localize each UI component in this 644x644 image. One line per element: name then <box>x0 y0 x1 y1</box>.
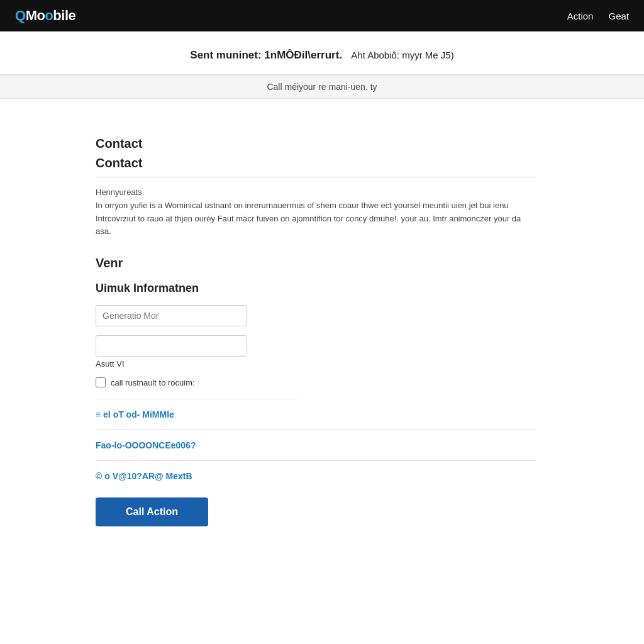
cta-button[interactable]: Call Action <box>96 497 208 526</box>
thin-divider-1 <box>96 399 297 399</box>
blue-link-1-text: el oT od- MiMMle <box>103 409 174 419</box>
unique-info-heading: Uimuk Informatnen <box>96 282 548 295</box>
blue-link-1[interactable]: ≡ el oT od- MiMMle <box>96 409 548 419</box>
notification-text: Call méiyour re mani-uen. ty <box>267 82 377 92</box>
sent-subtitle-text: Aht Abobiô: myyr Me J5) <box>351 50 453 60</box>
link-divider-2 <box>96 460 536 461</box>
contact-heading-2: Contact <box>96 156 548 170</box>
divider-1 <box>96 177 536 177</box>
blue-link-3-icon: © <box>96 471 102 481</box>
page-wrapper: Contact Contact Hennyureats. In orryon y… <box>70 99 574 564</box>
form-group-1 <box>96 305 247 326</box>
notification-bar: Call méiyour re mani-uen. ty <box>0 75 644 99</box>
contact-description: Hennyureats. In orryon yufie is a Womini… <box>96 186 536 238</box>
contact-heading-1: Contact <box>96 136 548 151</box>
sent-message-title: Sent muninet: 1nMÔÐil\errurt. Aht Abobiô… <box>13 49 631 62</box>
form-group-2: will Asutt VI <box>96 335 247 369</box>
sent-title-text: Sent muninet: 1nMÔÐil\errurt. <box>190 49 342 61</box>
desc-line1: Hennyureats. <box>96 186 536 199</box>
checkbox-label: call rustnault to rocuim: <box>111 378 195 387</box>
main-section: Contact Contact Hennyureats. In orryon y… <box>83 119 561 526</box>
checkbox-input[interactable] <box>96 377 106 387</box>
brand-logo[interactable]: QMoobile <box>15 8 75 24</box>
nav-geat-link[interactable]: Geat <box>608 11 629 21</box>
blue-link-1-icon: ≡ <box>96 409 101 419</box>
blue-link-group-1: ≡ el oT od- MiMMle <box>96 409 548 419</box>
nav-action-link[interactable]: Action <box>567 11 594 21</box>
sent-message-section: Sent muninet: 1nMÔÐil\errurt. Aht Abobiô… <box>0 31 644 75</box>
blue-link-3[interactable]: © o V@10?AR@ MextB <box>96 471 548 481</box>
vendor-heading: Venr <box>96 256 548 270</box>
blue-link-group-3: © o V@10?AR@ MextB <box>96 471 548 481</box>
link-divider-1 <box>96 430 536 430</box>
nav-links: Action Geat <box>567 11 629 21</box>
blue-link-2[interactable]: Fao-lo-OOOONCEe006? <box>96 440 548 450</box>
field2-input[interactable]: will <box>96 335 247 357</box>
navbar: QMoobile Action Geat <box>0 0 644 31</box>
blue-link-group-2: Fao-lo-OOOONCEe006? <box>96 440 548 450</box>
checkbox-group: call rustnault to rocuim: <box>96 377 309 387</box>
desc-body: In orryon yufie is a Wominical ustnant o… <box>96 199 536 238</box>
blue-link-3-text: o V@10?AR@ MextB <box>104 471 192 481</box>
field1-input[interactable] <box>96 305 247 326</box>
field2-label: Asutt VI <box>96 359 247 369</box>
